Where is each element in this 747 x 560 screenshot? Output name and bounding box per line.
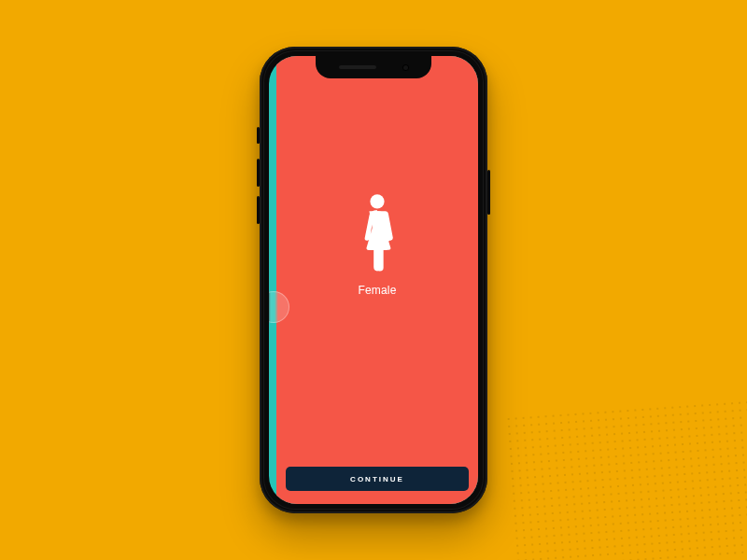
volume-down-button	[257, 196, 260, 224]
svg-point-0	[370, 194, 384, 208]
silent-switch	[257, 127, 260, 144]
volume-up-button	[257, 159, 260, 187]
gender-label: Female	[358, 284, 396, 297]
female-icon	[359, 192, 395, 278]
front-camera	[402, 64, 409, 71]
power-button	[487, 170, 490, 215]
earpiece	[339, 65, 376, 69]
gender-option-female[interactable]: Female	[358, 192, 396, 297]
continue-button[interactable]: CONTINUE	[286, 467, 469, 491]
phone-screen: Female CONTINUE	[269, 56, 478, 504]
gender-select-panel[interactable]: Female CONTINUE	[276, 56, 478, 504]
phone-mockup: Female CONTINUE	[260, 47, 487, 513]
background-halftone	[504, 399, 747, 560]
phone-notch	[316, 56, 431, 78]
